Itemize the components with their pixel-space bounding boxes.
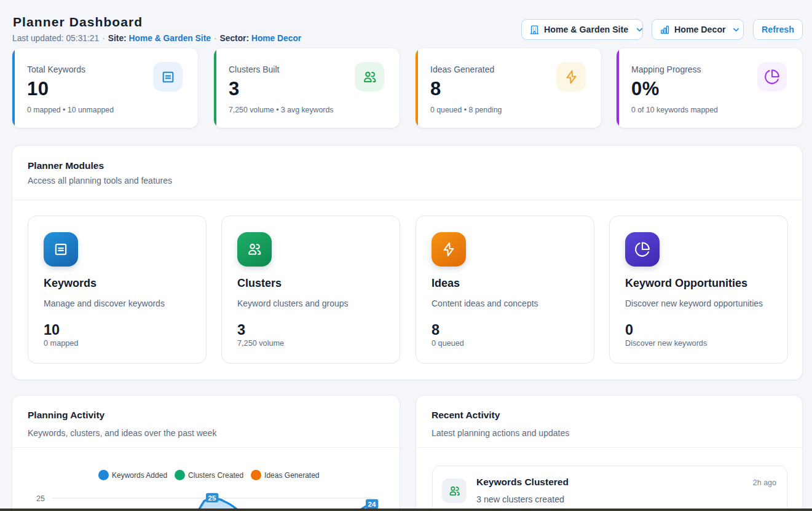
svg-text:24: 24 [368,501,376,508]
svg-text:25: 25 [36,494,45,503]
svg-text:25: 25 [208,494,216,502]
